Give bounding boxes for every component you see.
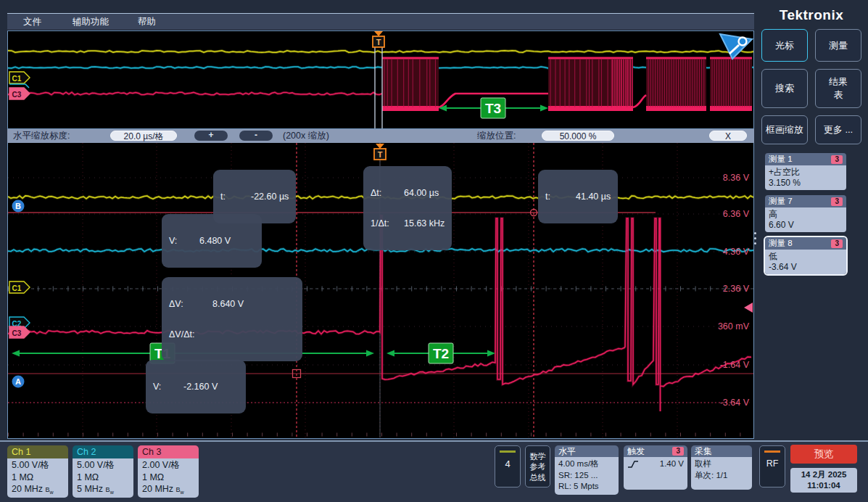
preview-button[interactable]: 预览 (790, 445, 857, 464)
svg-text:C3: C3 (12, 91, 22, 99)
zoom-out-button[interactable]: - (239, 131, 273, 141)
svg-text:2.36 V: 2.36 V (723, 284, 750, 294)
overview-ch3-badge[interactable]: C3 (9, 88, 30, 99)
channel-4-button[interactable]: 4 (495, 445, 521, 487)
trigger-title: 触发 (627, 445, 645, 457)
measurement-value: 3.150 % (769, 178, 843, 189)
zoom-scale-value[interactable]: 20.0 µs/格 (110, 131, 177, 141)
trigger-settings-badge[interactable]: 触发3 1.40 V (624, 445, 687, 490)
horizontal-title: 水平 (558, 445, 576, 457)
measure-button[interactable]: 测量 (815, 29, 861, 62)
cursor-delta-readout[interactable]: Δt:64.00 µs 1/Δt:15.63 kHz (363, 166, 452, 250)
rf-label: RF (760, 458, 785, 469)
overview-traces (8, 51, 753, 95)
results-table-button[interactable]: 结果 表 (815, 69, 861, 108)
readout-value: 15.63 kHz (404, 218, 445, 229)
horizontal-settings: 4.00 ms/格 SR: 125 ... RL: 5 Mpts (555, 457, 619, 495)
menu-item-utility[interactable]: 辅助功能 (73, 16, 109, 28)
ch3-burst-envelopes (382, 58, 752, 111)
readout-label: V: (169, 236, 194, 246)
cursors-button[interactable]: 光标 (761, 29, 808, 62)
box-zoom-button[interactable]: 框画缩放 (761, 115, 808, 144)
measurement-source-badge: 3 (831, 239, 843, 248)
main-ch3-badge[interactable]: C3 (9, 326, 30, 338)
right-sidebar: Tektronix 光标 测量 搜索 结果 表 框画缩放 更多 ... 测量 1… (757, 7, 866, 440)
measurement-card-7[interactable]: 测量 73 高6.60 V (765, 195, 846, 232)
measurement-kind: +占空比 (769, 167, 843, 178)
trigger-position-marker[interactable]: T (374, 144, 386, 160)
zoom-in-button[interactable]: + (194, 131, 228, 141)
trigger-level-arrow[interactable] (744, 303, 753, 313)
svg-text:-1.64 V: -1.64 V (720, 360, 750, 370)
ref-label: 参考 (526, 461, 550, 472)
readout-value: 64.00 µs (404, 188, 439, 198)
date-label: 14 2月 2025 (790, 469, 857, 480)
zoom-close-button[interactable]: X (709, 131, 747, 141)
horizontal-settings-badge[interactable]: 水平 4.00 ms/格 SR: 125 ... RL: 5 Mpts (555, 445, 619, 495)
bus-label: 总线 (526, 472, 550, 482)
readout-label: ΔV/Δt: (169, 329, 207, 340)
measurement-card-8[interactable]: 测量 83 低-3.64 V (765, 237, 846, 274)
time-label: 11:01:04 (790, 480, 857, 491)
measurement-source-badge: 3 (831, 155, 843, 164)
channel-settings: 5.00 V/格 1 MΩ 20 MHz Bw (7, 458, 68, 498)
cursor-b-time-readout[interactable]: t:41.40 µs (538, 170, 618, 223)
channel-settings: 2.00 V/格 1 MΩ 20 MHz Bw (138, 458, 199, 498)
zoomed-waveform-panel[interactable]: T1T2BAC1C2C3T8.36 V6.36 V4.36 V2.36 V360… (7, 143, 754, 439)
svg-text:6.36 V: 6.36 V (723, 209, 750, 219)
zoom-factor-label: (200x 缩放) (283, 131, 329, 141)
math-label: 数学 (526, 451, 550, 461)
trigger-position-marker[interactable]: T (373, 31, 384, 47)
cursor-delta-voltage-readout[interactable]: ΔV:8.640 V ΔV/Δt: (162, 277, 302, 361)
svg-text:4.36 V: 4.36 V (723, 247, 750, 257)
measurement-title: 测量 1 (769, 154, 793, 165)
zoom-window-indicator[interactable] (375, 47, 382, 128)
search-button[interactable]: 搜索 (761, 69, 808, 108)
math-ref-bus-button[interactable]: 数学 参考 总线 (525, 445, 550, 487)
measurement-kind: 高 (769, 209, 843, 220)
readout-value: -22.60 µs (251, 192, 289, 202)
overview-ch1-badge[interactable]: C1 (9, 72, 30, 83)
zoom-glass-icon[interactable] (720, 34, 752, 59)
channel-name: Ch 3 (138, 445, 199, 458)
readout-label: ΔV: (169, 299, 207, 309)
overview-waveform-panel[interactable]: T3TC1C3 (7, 30, 754, 129)
zoom-position-value[interactable]: 50.000 % (542, 131, 614, 141)
more-button[interactable]: 更多 ... (815, 115, 861, 144)
readout-label: 1/Δt: (371, 218, 398, 229)
readout-value: -2.160 V (183, 382, 218, 392)
rf-color-line (764, 450, 780, 453)
measurement-value: -3.64 V (769, 262, 843, 273)
rising-edge-icon (627, 460, 639, 469)
svg-text:-3.64 V: -3.64 V (720, 398, 750, 408)
t3-annotation: T3 (439, 98, 548, 118)
panel-drag-handle[interactable] (754, 229, 757, 247)
overview-waveform: T3TC1C3 (8, 31, 753, 128)
readout-label: t: (220, 192, 245, 202)
cursor-a-voltage-readout[interactable]: V:-2.160 V (146, 360, 246, 413)
rf-button[interactable]: RF (759, 445, 785, 487)
svg-text:8.36 V: 8.36 V (723, 173, 750, 183)
svg-text:A: A (15, 377, 21, 386)
main-ch1-badge[interactable]: C1 (9, 281, 30, 293)
svg-text:T3: T3 (485, 101, 501, 116)
readout-value: 6.480 V (199, 236, 231, 246)
measurement-card-1[interactable]: 测量 13 +占空比3.150 % (765, 153, 846, 190)
measurement-list: 测量 13 +占空比3.150 % 测量 73 高6.60 V 测量 83 低-… (765, 153, 846, 274)
cursor-b-voltage-readout[interactable]: V:6.480 V (162, 214, 262, 268)
menu-item-file[interactable]: 文件 (23, 16, 41, 28)
trigger-level: 1.40 V (660, 458, 684, 470)
channel-4-label: 4 (495, 458, 520, 469)
acquisition-settings: 取样 单次: 1/1 (691, 457, 752, 490)
channel-4-color-line (500, 450, 516, 453)
bandwidth-limit-mark: Bw (106, 486, 114, 493)
measurement-value: 6.60 V (769, 220, 843, 231)
channel-1-badge[interactable]: Ch 1 5.00 V/格 1 MΩ 20 MHz Bw (7, 445, 68, 498)
menu-item-help[interactable]: 帮助 (138, 16, 156, 28)
channel-2-badge[interactable]: Ch 2 5.00 V/格 1 MΩ 5 MHz Bw (73, 445, 133, 498)
channel-3-badge[interactable]: Ch 3 2.00 V/格 1 MΩ 20 MHz Bw (138, 445, 199, 498)
channel-markers[interactable]: BA (12, 200, 25, 388)
acquisition-settings-badge[interactable]: 采集 取样 单次: 1/1 (691, 445, 752, 490)
y-axis-labels: 8.36 V6.36 V4.36 V2.36 V360 mV-1.64 V-3.… (718, 173, 750, 408)
channel-name: Ch 2 (73, 445, 133, 458)
